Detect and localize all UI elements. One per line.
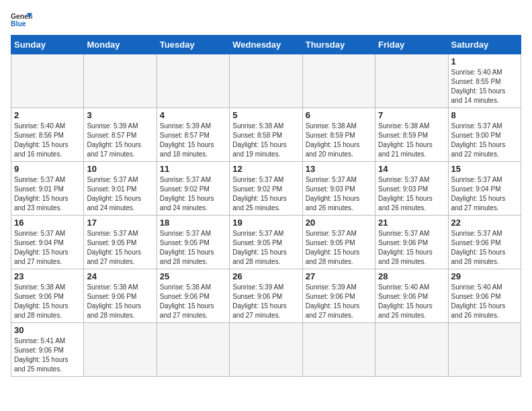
day-info: Sunrise: 5:37 AM Sunset: 9:03 PM Dayligh… (378, 175, 445, 213)
day-number: 1 (451, 56, 518, 66)
day-info: Sunrise: 5:40 AM Sunset: 9:06 PM Dayligh… (451, 283, 518, 320)
calendar-cell-4 (302, 54, 375, 108)
calendar-cell-27: 22Sunrise: 5:37 AM Sunset: 9:06 PM Dayli… (448, 216, 521, 269)
day-info: Sunrise: 5:39 AM Sunset: 8:57 PM Dayligh… (87, 122, 153, 159)
day-number: 29 (451, 271, 518, 281)
day-number: 23 (14, 271, 81, 281)
weekday-header-tuesday: Tuesday (157, 36, 229, 54)
day-number: 9 (14, 164, 81, 174)
calendar-cell-24: 19Sunrise: 5:37 AM Sunset: 9:05 PM Dayli… (230, 216, 302, 269)
day-number: 13 (306, 164, 372, 174)
day-number: 28 (378, 271, 445, 281)
calendar-table: SundayMondayTuesdayWednesdayThursdayFrid… (11, 35, 521, 377)
page-header: General Blue (11, 11, 521, 30)
weekday-header-monday: Monday (84, 36, 157, 54)
calendar-cell-23: 18Sunrise: 5:37 AM Sunset: 9:05 PM Dayli… (157, 216, 229, 269)
weekday-header-wednesday: Wednesday (230, 36, 302, 54)
weekday-header-friday: Friday (375, 36, 448, 54)
day-number: 6 (306, 110, 372, 120)
svg-text:Blue: Blue (11, 20, 26, 28)
day-number: 12 (232, 164, 299, 174)
day-number: 4 (160, 110, 226, 120)
calendar-cell-38 (230, 323, 302, 377)
calendar-cell-11: 6Sunrise: 5:38 AM Sunset: 8:59 PM Daylig… (302, 108, 375, 162)
day-info: Sunrise: 5:37 AM Sunset: 9:05 PM Dayligh… (306, 229, 372, 267)
calendar-cell-33: 28Sunrise: 5:40 AM Sunset: 9:06 PM Dayli… (375, 269, 448, 323)
day-info: Sunrise: 5:38 AM Sunset: 8:59 PM Dayligh… (306, 122, 372, 159)
day-number: 21 (378, 218, 445, 228)
day-number: 25 (160, 271, 226, 281)
day-number: 14 (378, 164, 445, 174)
day-number: 24 (87, 271, 153, 281)
calendar-cell-29: 24Sunrise: 5:38 AM Sunset: 9:06 PM Dayli… (84, 269, 157, 323)
calendar-row-5: 23Sunrise: 5:38 AM Sunset: 9:06 PM Dayli… (11, 269, 521, 323)
day-number: 16 (14, 218, 81, 228)
day-info: Sunrise: 5:40 AM Sunset: 8:56 PM Dayligh… (14, 122, 81, 159)
calendar-cell-28: 23Sunrise: 5:38 AM Sunset: 9:06 PM Dayli… (11, 269, 84, 323)
calendar-cell-9: 4Sunrise: 5:39 AM Sunset: 8:57 PM Daylig… (157, 108, 229, 162)
calendar-cell-31: 26Sunrise: 5:39 AM Sunset: 9:06 PM Dayli… (230, 269, 302, 323)
calendar-cell-25: 20Sunrise: 5:37 AM Sunset: 9:05 PM Dayli… (302, 216, 375, 269)
day-info: Sunrise: 5:37 AM Sunset: 9:01 PM Dayligh… (14, 175, 81, 213)
calendar-cell-12: 7Sunrise: 5:38 AM Sunset: 8:59 PM Daylig… (375, 108, 448, 162)
day-info: Sunrise: 5:38 AM Sunset: 9:06 PM Dayligh… (14, 283, 81, 320)
day-info: Sunrise: 5:38 AM Sunset: 9:06 PM Dayligh… (87, 283, 153, 320)
day-info: Sunrise: 5:37 AM Sunset: 9:05 PM Dayligh… (160, 229, 226, 267)
calendar-cell-41 (448, 323, 521, 377)
calendar-cell-16: 11Sunrise: 5:37 AM Sunset: 9:02 PM Dayli… (157, 162, 229, 216)
day-number: 8 (451, 110, 518, 120)
calendar-cell-6: 1Sunrise: 5:40 AM Sunset: 8:55 PM Daylig… (448, 54, 521, 108)
day-number: 11 (160, 164, 226, 174)
weekday-header-sunday: Sunday (11, 36, 84, 54)
day-info: Sunrise: 5:40 AM Sunset: 9:06 PM Dayligh… (378, 283, 445, 320)
day-number: 22 (451, 218, 518, 228)
day-number: 5 (232, 110, 299, 120)
weekday-header-saturday: Saturday (448, 36, 521, 54)
calendar-cell-32: 27Sunrise: 5:39 AM Sunset: 9:06 PM Dayli… (302, 269, 375, 323)
calendar-row-4: 16Sunrise: 5:37 AM Sunset: 9:04 PM Dayli… (11, 216, 521, 269)
day-info: Sunrise: 5:37 AM Sunset: 9:05 PM Dayligh… (87, 229, 153, 267)
calendar-cell-14: 9Sunrise: 5:37 AM Sunset: 9:01 PM Daylig… (11, 162, 84, 216)
day-info: Sunrise: 5:40 AM Sunset: 8:55 PM Dayligh… (451, 68, 518, 105)
day-number: 2 (14, 110, 81, 120)
calendar-row-6: 30Sunrise: 5:41 AM Sunset: 9:06 PM Dayli… (11, 323, 521, 377)
calendar-cell-40 (375, 323, 448, 377)
day-info: Sunrise: 5:41 AM Sunset: 9:06 PM Dayligh… (14, 336, 81, 374)
calendar-cell-15: 10Sunrise: 5:37 AM Sunset: 9:01 PM Dayli… (84, 162, 157, 216)
day-info: Sunrise: 5:37 AM Sunset: 9:05 PM Dayligh… (232, 229, 299, 267)
day-number: 3 (87, 110, 153, 120)
day-number: 30 (14, 325, 81, 335)
calendar-cell-5 (375, 54, 448, 108)
calendar-cell-19: 14Sunrise: 5:37 AM Sunset: 9:03 PM Dayli… (375, 162, 448, 216)
calendar-cell-34: 29Sunrise: 5:40 AM Sunset: 9:06 PM Dayli… (448, 269, 521, 323)
calendar-cell-30: 25Sunrise: 5:38 AM Sunset: 9:06 PM Dayli… (157, 269, 229, 323)
calendar-cell-39 (302, 323, 375, 377)
day-info: Sunrise: 5:38 AM Sunset: 8:58 PM Dayligh… (232, 122, 299, 159)
calendar-cell-21: 16Sunrise: 5:37 AM Sunset: 9:04 PM Dayli… (11, 216, 84, 269)
day-number: 27 (306, 271, 372, 281)
day-info: Sunrise: 5:37 AM Sunset: 9:03 PM Dayligh… (306, 175, 372, 213)
calendar-cell-17: 12Sunrise: 5:37 AM Sunset: 9:02 PM Dayli… (230, 162, 302, 216)
calendar-cell-36 (84, 323, 157, 377)
day-info: Sunrise: 5:38 AM Sunset: 9:06 PM Dayligh… (160, 283, 226, 320)
logo-icon: General Blue (11, 11, 32, 30)
day-number: 10 (87, 164, 153, 174)
day-info: Sunrise: 5:37 AM Sunset: 9:06 PM Dayligh… (451, 229, 518, 267)
calendar-row-2: 2Sunrise: 5:40 AM Sunset: 8:56 PM Daylig… (11, 108, 521, 162)
day-info: Sunrise: 5:39 AM Sunset: 9:06 PM Dayligh… (306, 283, 372, 320)
day-number: 17 (87, 218, 153, 228)
calendar-cell-20: 15Sunrise: 5:37 AM Sunset: 9:04 PM Dayli… (448, 162, 521, 216)
day-number: 19 (232, 218, 299, 228)
day-number: 18 (160, 218, 226, 228)
day-info: Sunrise: 5:37 AM Sunset: 9:01 PM Dayligh… (87, 175, 153, 213)
calendar-cell-7: 2Sunrise: 5:40 AM Sunset: 8:56 PM Daylig… (11, 108, 84, 162)
calendar-cell-3 (230, 54, 302, 108)
calendar-cell-26: 21Sunrise: 5:37 AM Sunset: 9:06 PM Dayli… (375, 216, 448, 269)
day-info: Sunrise: 5:37 AM Sunset: 9:04 PM Dayligh… (14, 229, 81, 267)
calendar-row-1: 1Sunrise: 5:40 AM Sunset: 8:55 PM Daylig… (11, 54, 521, 108)
day-info: Sunrise: 5:39 AM Sunset: 8:57 PM Dayligh… (160, 122, 226, 159)
day-number: 20 (306, 218, 372, 228)
calendar-cell-1 (84, 54, 157, 108)
weekday-header-thursday: Thursday (302, 36, 375, 54)
calendar-row-3: 9Sunrise: 5:37 AM Sunset: 9:01 PM Daylig… (11, 162, 521, 216)
